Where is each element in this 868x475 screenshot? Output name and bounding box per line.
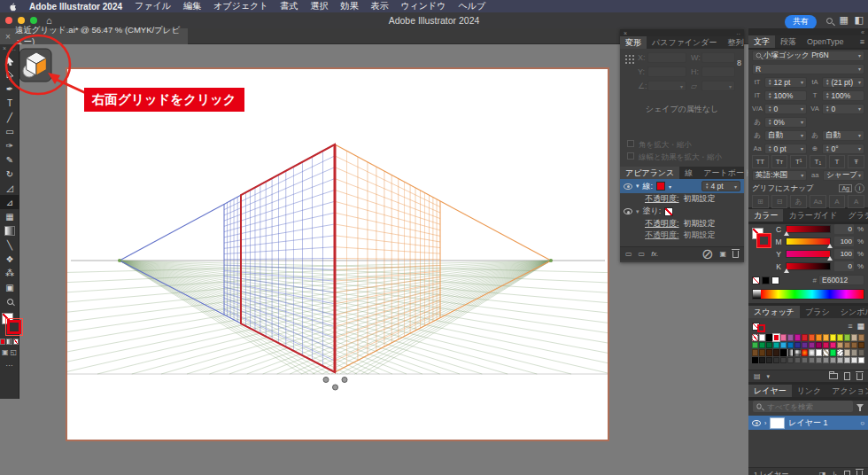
delete-swatch-icon[interactable] <box>856 373 863 380</box>
type-style-button-1[interactable]: Tт <box>771 155 788 168</box>
panel-menu-icon[interactable]: ≡ <box>856 35 868 48</box>
swatch[interactable] <box>759 342 765 349</box>
swatch[interactable] <box>766 349 772 356</box>
swatch[interactable] <box>837 357 843 364</box>
white-color-chip[interactable] <box>771 276 779 284</box>
appearance-opacity-row[interactable]: 不透明度: 初期設定 <box>620 218 744 230</box>
slider-thumb[interactable] <box>784 269 789 273</box>
tracking-field[interactable]: ▲▼0▾ <box>822 104 864 114</box>
tab-appearance[interactable]: アピアランス <box>620 167 679 179</box>
swatch[interactable] <box>851 349 857 356</box>
collapse-dock-icon[interactable]: « <box>861 29 864 35</box>
menu-item-8[interactable]: ヘルプ <box>459 0 486 12</box>
scale-strokes-checkbox[interactable] <box>627 152 634 160</box>
menu-item-3[interactable]: 書式 <box>280 0 298 12</box>
type-style-button-4[interactable]: T <box>829 155 846 168</box>
x-field[interactable] <box>647 52 686 63</box>
swatch[interactable] <box>780 342 787 349</box>
tsume-field[interactable]: ▲▼0%▾ <box>764 117 807 128</box>
swatch[interactable] <box>830 357 836 364</box>
filter-funnel-icon[interactable] <box>856 404 864 409</box>
artboard-tool[interactable]: ▣ <box>0 280 19 294</box>
expand-chevron-icon[interactable]: ▾ <box>636 208 639 215</box>
bw-ramp[interactable] <box>753 290 761 299</box>
rectangle-tool[interactable]: ▭ <box>0 124 19 138</box>
swatch[interactable] <box>858 334 864 341</box>
pen-tool[interactable]: ✒ <box>0 82 19 96</box>
character-option-button-2[interactable]: あ <box>790 195 807 208</box>
swatch[interactable] <box>780 357 787 364</box>
swatch[interactable] <box>752 357 758 364</box>
clear-appearance-icon[interactable]: ⊘ <box>701 245 713 262</box>
font-style-field[interactable]: R▾ <box>752 64 864 74</box>
opacity-link[interactable]: 不透明度: <box>645 230 679 241</box>
new-swatch-icon[interactable] <box>844 372 850 380</box>
opacity-link[interactable]: 不透明度: <box>645 218 679 230</box>
horizontal-scale-field[interactable]: ▲▼100% <box>822 90 864 101</box>
stroke-color-chip[interactable] <box>656 182 665 191</box>
swatch[interactable] <box>787 342 794 349</box>
scale-corners-checkbox[interactable] <box>627 140 634 147</box>
swatch[interactable] <box>816 342 822 349</box>
swatch[interactable] <box>759 349 765 356</box>
swatch[interactable] <box>844 342 850 349</box>
tab-align[interactable]: 整列 <box>722 36 748 49</box>
swatch[interactable] <box>766 334 772 341</box>
swatch[interactable] <box>823 349 829 356</box>
blend-tool[interactable]: ❖ <box>0 252 19 266</box>
slider-track[interactable] <box>786 262 831 270</box>
kerning-field[interactable]: ▲▼0▾ <box>764 104 807 114</box>
character-option-button-5[interactable]: A <box>848 195 864 208</box>
gradient-mode-button[interactable] <box>6 339 12 345</box>
add-new-stroke-icon[interactable]: ▭ <box>625 250 632 258</box>
left-vanishing-point-handle[interactable] <box>118 259 121 262</box>
baseline-shift-field[interactable]: ▲▼0 pt▾ <box>764 144 807 154</box>
swatch[interactable] <box>837 334 843 341</box>
swatch[interactable] <box>809 334 815 341</box>
none-mode-button[interactable] <box>13 339 19 345</box>
appearance-opacity-row[interactable]: 不透明度: 初期設定 <box>620 230 744 241</box>
appearance-opacity-row[interactable]: 不透明度: 初期設定 <box>620 193 744 205</box>
swatch[interactable] <box>773 334 779 341</box>
swatch[interactable] <box>816 357 822 364</box>
tab-symbols[interactable]: シンボル <box>835 306 868 318</box>
swatch[interactable] <box>823 342 829 349</box>
opacity-value[interactable]: 初期設定 <box>684 230 716 241</box>
duplicate-item-icon[interactable]: ▣ <box>719 250 726 258</box>
new-color-group-icon[interactable] <box>829 373 838 379</box>
swatch[interactable] <box>837 342 843 349</box>
tab-links[interactable]: リンク <box>792 385 827 397</box>
layer-target-icon[interactable]: ○ <box>860 419 864 427</box>
expand-chevron-icon[interactable]: ▾ <box>636 183 639 190</box>
opacity-link[interactable]: 不透明度: <box>645 193 679 205</box>
document-tab[interactable]: × 遠近グリッド.ai* @ 56.47 % (CMYK/プレビュー) <box>0 28 188 44</box>
swatch[interactable] <box>794 342 801 349</box>
leading-field[interactable]: ▲▼(21 pt)▾ <box>822 77 864 88</box>
swatch[interactable] <box>752 349 758 356</box>
opacity-value[interactable]: 初期設定 <box>684 193 716 205</box>
swatch[interactable] <box>773 342 779 349</box>
swatch[interactable] <box>837 349 843 356</box>
swatch[interactable] <box>766 357 772 364</box>
swatch-libraries-icon[interactable]: ▤ <box>754 372 761 380</box>
grid-handle[interactable] <box>342 378 347 383</box>
tab-pathfinder[interactable]: パスファインダー <box>647 36 722 49</box>
right-vanishing-point-handle[interactable] <box>549 259 553 262</box>
perspective-plane-widget[interactable] <box>19 49 51 82</box>
swatch[interactable] <box>759 357 765 364</box>
slider-track[interactable] <box>786 250 831 258</box>
swatch[interactable] <box>787 349 794 356</box>
swatch[interactable] <box>773 349 779 356</box>
tab-brushes[interactable]: ブラシ <box>800 306 835 318</box>
workspace-layout-icon[interactable]: ◧ <box>855 14 864 26</box>
list-view-icon[interactable]: ≡ <box>848 322 852 331</box>
layers-search-input[interactable] <box>765 401 849 412</box>
swatch[interactable] <box>787 334 794 341</box>
tab-character[interactable]: 文字 <box>748 35 775 48</box>
swatch[interactable] <box>752 334 758 341</box>
perspective-grid-tool[interactable]: ⊿ <box>0 195 19 209</box>
layers-search-field[interactable] <box>753 401 853 412</box>
swatch[interactable] <box>780 334 787 341</box>
character-option-button-1[interactable]: ⊟ <box>771 195 788 208</box>
draw-normal-icon[interactable]: ▣ <box>2 348 9 356</box>
